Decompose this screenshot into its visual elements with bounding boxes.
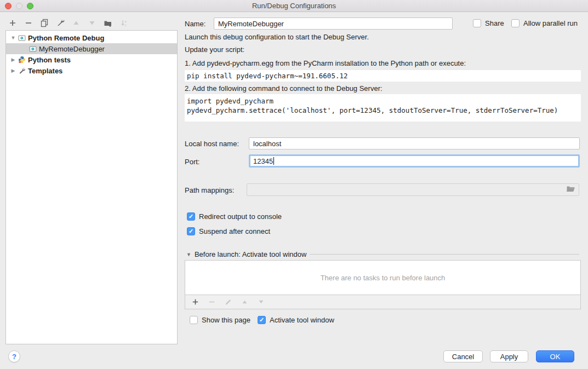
move-down-icon	[87, 18, 97, 28]
tree-item-myremotedebugger[interactable]: MyRemoteDebugger	[6, 43, 177, 54]
svg-text:a: a	[125, 20, 127, 23]
tree-item-label: Templates	[28, 67, 62, 75]
port-label: Port:	[185, 158, 199, 166]
move-up-icon	[239, 297, 249, 307]
remove-icon[interactable]	[24, 18, 33, 28]
sort-icon: az	[119, 18, 129, 28]
allow-parallel-label: Allow parallel run	[523, 19, 578, 27]
tree-item-python-remote-debug[interactable]: ▼ Python Remote Debug	[6, 32, 177, 43]
redirect-output-row[interactable]: Redirect output to console	[187, 212, 282, 221]
remote-debug-config-icon	[18, 34, 26, 42]
tree-item-label: Python tests	[28, 56, 71, 64]
pip-install-command: pip install pydevd-pycharm~=191.6605.12	[185, 70, 581, 82]
activate-tool-window-checkbox[interactable]	[258, 316, 266, 324]
instruction-line-2: Update your script:	[185, 45, 244, 54]
port-input[interactable]: 12345	[249, 154, 580, 168]
suspend-after-connect-label: Suspend after connect	[199, 227, 270, 235]
text-caret	[273, 157, 274, 165]
path-mappings-label: Path mappings:	[185, 186, 234, 194]
activate-tool-window-label: Activate tool window	[270, 316, 334, 324]
tree-item-templates[interactable]: ▶ Templates	[6, 65, 177, 76]
before-launch-task-list: There are no tasks to run before launch	[185, 260, 581, 309]
share-label: Share	[485, 19, 504, 27]
svg-text:z: z	[125, 24, 127, 27]
redirect-output-label: Redirect output to console	[199, 212, 282, 221]
name-label: Name:	[185, 20, 205, 28]
tree-item-python-tests[interactable]: ▶ Python tests	[6, 54, 177, 65]
allow-parallel-checkbox[interactable]	[511, 19, 520, 27]
tree-item-label: MyRemoteDebugger	[39, 45, 105, 53]
tree-item-label: Python Remote Debug	[28, 34, 104, 42]
help-question-mark: ?	[12, 353, 16, 361]
zoom-window-button[interactable]	[27, 3, 33, 9]
show-this-page-label: Show this page	[202, 316, 250, 324]
window-controls	[5, 3, 33, 9]
python-icon	[18, 56, 26, 64]
suspend-after-connect-row[interactable]: Suspend after connect	[187, 227, 270, 235]
port-value: 12345	[253, 157, 273, 165]
minimize-window-button	[16, 3, 22, 9]
open-folder-icon[interactable]	[566, 185, 575, 194]
settrace-code-block: import pydevd_pycharmpydevd_pycharm.sett…	[185, 94, 581, 122]
share-checkbox-row[interactable]: Share	[473, 19, 504, 27]
title-bar: Run/Debug Configurations	[0, 0, 588, 12]
edit-icon	[223, 297, 233, 307]
instruction-step-2: 2. Add the following command to connect …	[185, 84, 383, 93]
copy-icon[interactable]	[39, 18, 49, 28]
remote-debug-config-icon	[8, 45, 37, 53]
ok-button[interactable]: OK	[536, 350, 574, 362]
move-up-icon	[71, 18, 81, 28]
chevron-down-icon[interactable]: ▼	[186, 252, 191, 257]
activate-tool-window-row[interactable]: Activate tool window	[258, 316, 334, 324]
before-launch-title: Before launch: Activate tool window	[195, 250, 307, 258]
before-launch-section-header[interactable]: ▼ Before launch: Activate tool window	[186, 250, 579, 258]
move-down-icon	[256, 297, 266, 307]
section-divider	[310, 254, 579, 255]
suspend-after-connect-checkbox[interactable]	[187, 227, 195, 235]
new-folder-icon[interactable]	[103, 18, 113, 28]
redirect-output-checkbox[interactable]	[187, 212, 195, 221]
share-checkbox[interactable]	[473, 19, 481, 27]
remove-icon	[207, 297, 216, 307]
local-host-label: Local host name:	[185, 140, 239, 148]
name-input[interactable]	[214, 18, 453, 30]
show-this-page-checkbox[interactable]	[190, 316, 198, 324]
tree-toolbar: az	[8, 16, 129, 30]
instruction-step-1: 1. Add pydevd-pycharm.egg from the PyCha…	[185, 59, 466, 67]
chevron-right-icon[interactable]: ▶	[10, 68, 16, 73]
edit-icon[interactable]	[55, 18, 65, 28]
window-title: Run/Debug Configurations	[252, 2, 336, 10]
close-window-button[interactable]	[5, 3, 12, 9]
cancel-button[interactable]: Cancel	[443, 350, 483, 362]
help-button[interactable]: ?	[8, 350, 20, 362]
add-icon[interactable]	[8, 18, 18, 28]
apply-button[interactable]: Apply	[490, 350, 528, 362]
allow-parallel-checkbox-row[interactable]: Allow parallel run	[511, 19, 578, 27]
chevron-down-icon[interactable]: ▼	[10, 35, 16, 41]
empty-task-list-text: There are no tasks to run before launch	[185, 261, 580, 295]
code-line-1: import pydevd_pycharm	[187, 97, 273, 105]
instruction-line-1: Launch this debug configuration to start…	[185, 33, 369, 41]
code-line-2: pydevd_pycharm.settrace('localhost', por…	[187, 106, 558, 114]
add-icon[interactable]	[190, 297, 200, 307]
path-mappings-input[interactable]	[247, 183, 579, 196]
wrench-icon	[18, 67, 26, 74]
task-list-toolbar	[185, 295, 580, 309]
local-host-input[interactable]	[249, 137, 580, 149]
chevron-right-icon[interactable]: ▶	[10, 57, 16, 62]
show-this-page-row[interactable]: Show this page	[190, 316, 250, 324]
configurations-tree: ▼ Python Remote Debug MyRemoteDebugger ▶…	[5, 30, 178, 344]
